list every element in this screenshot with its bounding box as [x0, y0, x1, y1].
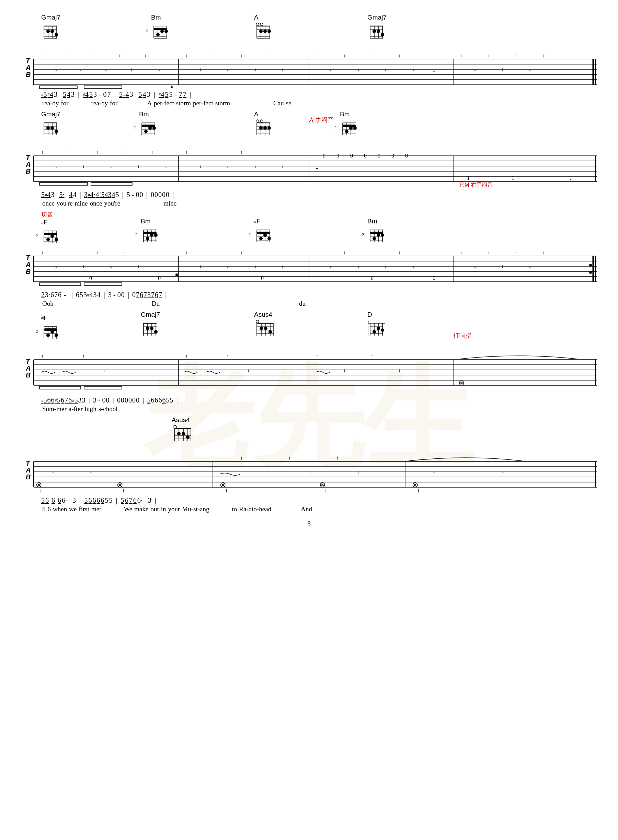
svg-text:↓: ↓ — [55, 67, 57, 72]
svg-text:B: B — [26, 167, 31, 175]
staff-svg-4: T A B ↑ ↓ ↑ ↓ — [21, 346, 597, 396]
svg-rect-100 — [40, 86, 77, 89]
svg-point-230 — [259, 237, 263, 240]
chord-d-s4: D × — [367, 311, 386, 338]
svg-text:↑: ↑ — [371, 354, 373, 359]
svg-text:1: 1 — [417, 487, 420, 493]
svg-point-36 — [259, 30, 263, 33]
svg-text:↓: ↓ — [254, 164, 257, 169]
chord-gmaj7-2: Gmaj7 — [367, 14, 386, 41]
svg-text:↑: ↑ — [487, 53, 490, 58]
chord-gmaj7-s2: Gmaj7 — [41, 111, 61, 138]
svg-text:↑: ↑ — [69, 250, 71, 255]
svg-point-10 — [51, 30, 54, 33]
notation-row-1: #5 #4 3 5 4 3 | #4 5 3 - 0 7 | 5 #4 — [41, 90, 597, 99]
svg-text:-: - — [501, 468, 504, 476]
svg-text:↓: ↓ — [330, 67, 332, 72]
svg-text:↓: ↓ — [227, 67, 229, 72]
svg-text:1: 1 — [511, 175, 514, 181]
svg-text:-: - — [432, 67, 435, 75]
svg-point-242 — [373, 237, 376, 240]
notation-row-5: 5 6 6 6 6· 3 | 5 6 6 6 6 5 5 — [41, 496, 597, 505]
svg-point-11 — [55, 33, 58, 36]
svg-text:↑: ↑ — [227, 354, 229, 359]
svg-text:0: 0 — [432, 275, 435, 281]
svg-text:1: 1 — [225, 487, 227, 493]
svg-text:↑: ↑ — [343, 250, 346, 255]
svg-point-26 — [260, 23, 263, 26]
chord-a-s2: A — [254, 111, 273, 138]
svg-text:0: 0 — [378, 153, 380, 159]
svg-text:↑: ↑ — [41, 250, 44, 255]
svg-point-243 — [377, 233, 380, 237]
svg-text:.: . — [570, 175, 571, 181]
svg-point-349 — [377, 327, 380, 330]
svg-text:↑: ↑ — [240, 250, 243, 255]
svg-point-149 — [349, 126, 353, 130]
svg-text:↓: ↓ — [412, 264, 414, 269]
section-2: Gmaj7 B — [21, 111, 597, 207]
svg-text:↑: ↑ — [123, 250, 126, 255]
svg-text:↑: ↑ — [398, 53, 401, 58]
svg-text:↑: ↑ — [336, 456, 339, 461]
svg-text:↓: ↓ — [199, 264, 202, 269]
svg-point-337 — [269, 330, 272, 333]
svg-point-22 — [156, 33, 160, 36]
svg-text:↑: ↑ — [69, 150, 71, 155]
lyrics-row-2: once you're mine once you're mine — [41, 200, 597, 207]
svg-text:↓: ↓ — [501, 264, 504, 269]
svg-text:↑: ↑ — [186, 354, 188, 359]
svg-text:↓: ↓ — [474, 67, 476, 72]
chord-bm-s3b: Bm 2 — [367, 218, 386, 245]
svg-text:1: 1 — [40, 487, 42, 493]
chord-diagram-a — [254, 22, 273, 40]
svg-text:↑: ↑ — [240, 456, 243, 461]
svg-text:↑: ↑ — [371, 53, 373, 58]
svg-text:↓: ↓ — [330, 264, 332, 269]
svg-point-206 — [46, 238, 50, 241]
svg-text:↓: ↓ — [357, 67, 360, 72]
svg-text:↑: ↑ — [542, 250, 545, 255]
svg-text:↓: ↓ — [62, 367, 64, 373]
svg-point-312 — [51, 330, 54, 333]
svg-rect-21 — [154, 28, 167, 30]
svg-text:↓: ↓ — [309, 470, 311, 474]
chord-asus4-s5: Asus4 — [172, 416, 194, 444]
svg-text:↑: ↑ — [213, 250, 215, 255]
svg-text:↑: ↑ — [515, 250, 517, 255]
svg-point-112 — [51, 126, 54, 130]
svg-text:↑: ↑ — [542, 53, 545, 58]
svg-rect-310 — [44, 328, 57, 331]
svg-rect-378 — [40, 387, 81, 389]
svg-text:↑: ↑ — [268, 53, 270, 58]
svg-text:↓: ↓ — [385, 264, 387, 269]
svg-text:B: B — [26, 371, 31, 379]
svg-text:↓: ↓ — [110, 264, 112, 269]
svg-text:↑: ↑ — [43, 53, 45, 58]
svg-text:↑: ↑ — [213, 150, 215, 155]
chord-a-1: A — [254, 14, 273, 41]
svg-text:↓: ↓ — [82, 164, 85, 169]
chord-diagram-gmaj7-2 — [367, 22, 386, 40]
svg-text:↑: ↑ — [213, 53, 215, 58]
svg-text:↑: ↑ — [119, 53, 121, 58]
svg-point-50 — [381, 33, 384, 36]
svg-text:↓: ↓ — [79, 67, 82, 72]
svg-text:-: - — [52, 468, 54, 476]
svg-text:↓: ↓ — [501, 67, 504, 72]
svg-point-23 — [160, 30, 164, 33]
chord-bm-s3a: Bm 2 — [141, 218, 159, 245]
svg-text:↑: ↑ — [123, 150, 126, 155]
svg-text:↑: ↑ — [144, 53, 147, 58]
svg-text:-: - — [316, 164, 318, 172]
svg-point-325 — [256, 320, 259, 323]
svg-rect-241 — [370, 232, 383, 234]
notation-row-3: 2 3· 6 7 6 - | 6 5 3 #4 3 4 | 3 - 0 — [41, 290, 597, 299]
svg-point-113 — [55, 130, 58, 133]
chord-bm-1: Bm 2 — [151, 14, 169, 41]
svg-point-136 — [259, 126, 263, 130]
chord-diagram-bm — [151, 22, 169, 40]
svg-point-48 — [373, 30, 376, 33]
svg-rect-217 — [144, 232, 157, 234]
svg-text:↓: ↓ — [398, 367, 401, 373]
